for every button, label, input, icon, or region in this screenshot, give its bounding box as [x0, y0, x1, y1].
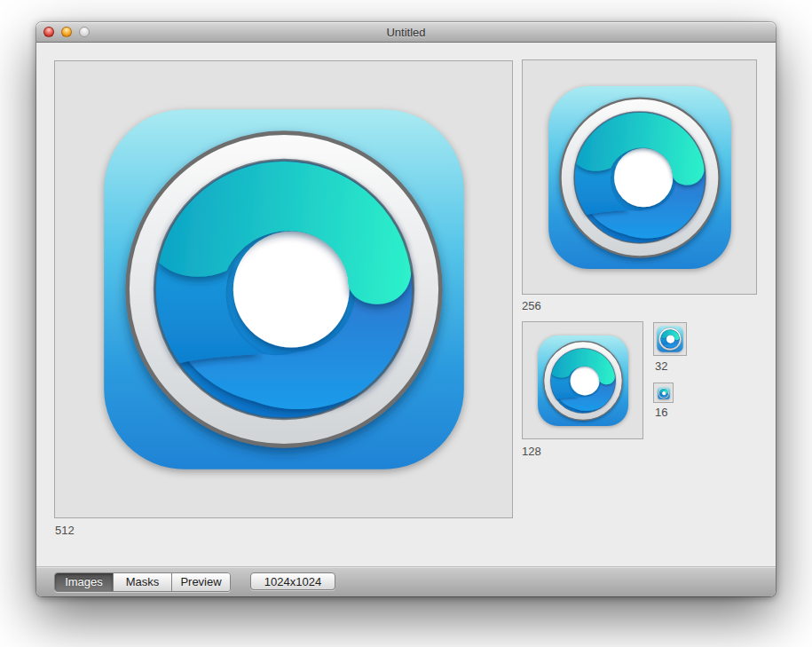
segment-images[interactable]: Images [55, 573, 113, 591]
window-title: Untitled [36, 22, 776, 42]
app-icon-128 [537, 335, 629, 427]
size-label-32: 32 [655, 359, 667, 373]
bottom-toolbar: Images Masks Preview 1024x1024 [36, 566, 776, 596]
titlebar[interactable]: Untitled [36, 22, 776, 43]
app-icon-16 [658, 387, 670, 399]
segmented-control: Images Masks Preview [54, 572, 231, 592]
preview-slot-512[interactable] [54, 60, 513, 518]
app-icon-512 [100, 106, 468, 473]
size-label-512: 512 [55, 524, 75, 537]
app-icon-32 [657, 326, 683, 352]
content-area: 512 256 128 32 16 [36, 43, 776, 567]
size-label-16: 16 [655, 406, 667, 419]
size-label-256: 256 [522, 299, 541, 312]
size-label-128: 128 [522, 445, 541, 458]
preview-slot-32[interactable] [653, 322, 687, 356]
preview-slot-128[interactable] [522, 321, 643, 439]
app-icon-256 [547, 84, 733, 271]
preview-slot-256[interactable] [522, 59, 757, 295]
size-1024-button[interactable]: 1024x1024 [250, 572, 335, 590]
segment-masks[interactable]: Masks [113, 573, 171, 591]
segment-preview[interactable]: Preview [171, 573, 230, 591]
app-window: Untitled 512 256 128 32 16 Images Masks … [36, 22, 776, 596]
preview-slot-16[interactable] [653, 383, 674, 403]
